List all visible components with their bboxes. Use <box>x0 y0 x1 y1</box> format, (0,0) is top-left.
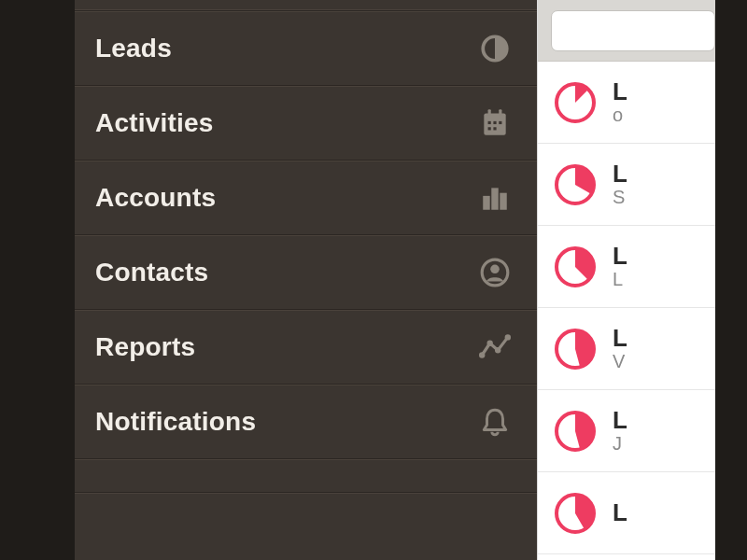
list-item-texts: L o <box>613 78 627 127</box>
sidebar-item-contacts[interactable]: Contacts <box>75 235 537 310</box>
list-item-title: L <box>613 78 627 105</box>
svg-rect-5 <box>493 120 496 123</box>
list-item[interactable]: L L <box>538 226 715 308</box>
list-item-title: L <box>613 407 627 434</box>
progress-pie-icon <box>555 493 596 534</box>
svg-point-15 <box>487 340 493 345</box>
sidebar-item-accounts[interactable]: Accounts <box>75 161 537 235</box>
svg-point-17 <box>505 334 511 340</box>
list-item-title: L <box>613 161 627 188</box>
svg-rect-10 <box>491 188 498 209</box>
list-item[interactable]: L o <box>538 62 715 144</box>
search-bar <box>538 0 715 62</box>
list-item-texts: L V <box>613 325 627 373</box>
content-panel: L o L S L L L V L J L <box>537 0 715 560</box>
list-item-texts: L S <box>613 161 627 209</box>
sidebar-item-activities[interactable]: Activities <box>75 86 537 161</box>
svg-point-16 <box>495 347 500 353</box>
progress-pie-icon <box>555 164 596 205</box>
svg-rect-3 <box>499 109 501 115</box>
svg-rect-6 <box>499 120 501 123</box>
list-item-texts: L <box>613 499 627 526</box>
sidebar-divider <box>75 459 537 493</box>
sidebar-item-notifications[interactable]: Notifications <box>75 385 537 459</box>
list-item[interactable]: L <box>538 472 715 554</box>
list-item-subtitle: S <box>613 187 627 208</box>
list-item[interactable]: L V <box>538 308 715 390</box>
sidebar-item-partial <box>75 493 537 526</box>
sidebar-item-leads[interactable]: Leads <box>75 11 537 86</box>
progress-pie-icon <box>555 329 596 370</box>
sidebar-item-label: Activities <box>95 108 214 138</box>
half-circle-icon <box>479 33 511 64</box>
sidebar-item-label: Notifications <box>95 407 256 437</box>
progress-pie-icon <box>555 411 596 452</box>
calendar-icon <box>479 107 511 139</box>
sidebar-item-label: Reports <box>95 332 195 362</box>
svg-rect-7 <box>488 127 491 130</box>
svg-rect-11 <box>500 192 506 209</box>
line-chart-icon <box>479 331 511 363</box>
list-item-texts: L J <box>613 407 627 455</box>
leads-list: L o L S L L L V L J L <box>538 62 715 560</box>
list-item-subtitle: J <box>613 433 627 455</box>
list-item-texts: L L <box>613 243 627 291</box>
window-margin-right <box>715 0 747 560</box>
progress-pie-icon <box>555 246 596 287</box>
list-item[interactable]: L S <box>538 144 715 226</box>
sidebar-divider <box>75 0 537 11</box>
svg-rect-4 <box>488 120 491 123</box>
sidebar-item-reports[interactable]: Reports <box>75 310 537 385</box>
list-item-subtitle: L <box>613 269 627 290</box>
progress-pie-icon <box>555 82 596 123</box>
list-item[interactable]: L J <box>538 390 715 472</box>
list-item-subtitle: V <box>613 351 627 372</box>
svg-rect-8 <box>493 127 496 130</box>
sidebar-item-label: Accounts <box>95 183 216 213</box>
search-input[interactable] <box>551 10 715 51</box>
svg-point-13 <box>490 264 500 273</box>
list-item-title: L <box>613 243 627 270</box>
list-item-title: L <box>613 325 627 352</box>
bars-icon <box>479 182 511 214</box>
svg-rect-2 <box>488 109 491 115</box>
person-circle-icon <box>479 257 511 288</box>
svg-point-14 <box>479 352 485 357</box>
sidebar: Leads Activities Accounts Contacts Repor… <box>75 0 537 560</box>
window-margin-left <box>0 0 75 560</box>
svg-rect-9 <box>483 195 489 209</box>
sidebar-item-label: Leads <box>95 34 172 63</box>
list-item-title: L <box>613 499 627 526</box>
list-item-subtitle: o <box>613 105 627 126</box>
bell-icon <box>479 406 511 438</box>
sidebar-item-label: Contacts <box>95 258 208 287</box>
